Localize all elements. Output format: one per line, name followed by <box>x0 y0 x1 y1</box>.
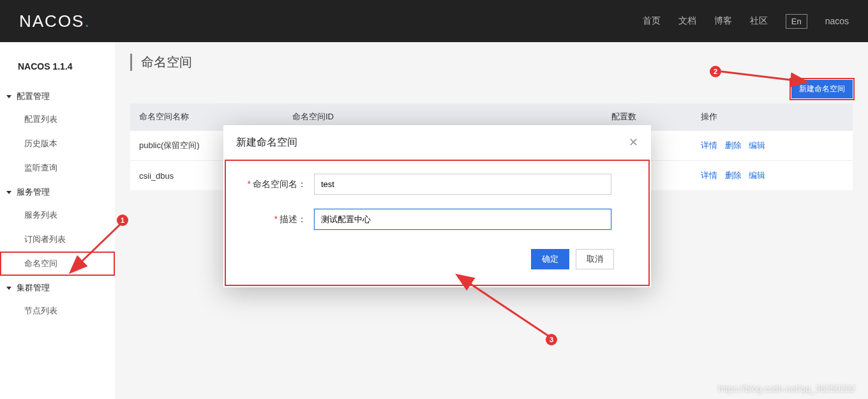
link-delete[interactable]: 删除 <box>725 170 742 180</box>
nav-community[interactable]: 社区 <box>750 15 768 27</box>
menu-group-cluster[interactable]: 集群管理 <box>0 276 115 299</box>
nav-user[interactable]: nacos <box>825 16 849 26</box>
modal-title: 新建命名空间 <box>236 136 297 149</box>
close-icon[interactable]: ✕ <box>629 135 638 149</box>
link-detail[interactable]: 详情 <box>701 140 717 150</box>
top-nav: 首页 文档 博客 社区 En nacos <box>643 14 849 29</box>
top-header: NACOS. 首页 文档 博客 社区 En nacos <box>0 0 868 42</box>
new-namespace-button[interactable]: 新建命名空间 <box>791 80 853 98</box>
link-detail[interactable]: 详情 <box>701 170 717 180</box>
th-ops: 操作 <box>692 103 853 131</box>
page-title: 命名空间 <box>130 54 192 71</box>
watermark: https://blog.csdn.net/qq_36250202 <box>718 384 855 394</box>
nav-docs[interactable]: 文档 <box>678 15 696 27</box>
caret-down-icon <box>6 95 11 98</box>
menu-node-list[interactable]: 节点列表 <box>0 299 115 323</box>
menu-service-list[interactable]: 服务列表 <box>0 203 115 227</box>
caret-down-icon <box>6 287 11 290</box>
caret-down-icon <box>6 191 11 194</box>
cancel-button[interactable]: 取消 <box>576 249 614 269</box>
menu-history[interactable]: 历史版本 <box>0 132 115 156</box>
logo-text: NACOS <box>19 11 84 31</box>
lang-switcher[interactable]: En <box>786 14 807 29</box>
link-edit[interactable]: 编辑 <box>749 170 765 180</box>
link-delete[interactable]: 删除 <box>725 140 742 150</box>
logo: NACOS. <box>19 11 91 31</box>
logo-dot: . <box>84 11 90 31</box>
sidebar-version: NACOS 1.1.4 <box>0 55 115 84</box>
label-namespace-name: *命名空间名： <box>237 179 314 190</box>
menu-group-service[interactable]: 服务管理 <box>0 180 115 203</box>
new-namespace-modal: 新建命名空间 ✕ *命名空间名： *描述： 确定 取消 <box>223 125 651 287</box>
menu-subscriber-list[interactable]: 订阅者列表 <box>0 227 115 252</box>
nav-blog[interactable]: 博客 <box>714 15 732 27</box>
menu-namespace[interactable]: 命名空间 <box>0 252 115 276</box>
sidebar: NACOS 1.1.4 配置管理 配置列表 历史版本 监听查询 服务管理 服务列… <box>0 42 115 399</box>
link-edit[interactable]: 编辑 <box>749 140 765 150</box>
input-description[interactable] <box>314 209 611 230</box>
menu-listen-query[interactable]: 监听查询 <box>0 156 115 180</box>
menu-config-list[interactable]: 配置列表 <box>0 107 115 132</box>
nav-home[interactable]: 首页 <box>643 15 661 27</box>
input-namespace-name[interactable] <box>314 174 611 195</box>
menu-group-config[interactable]: 配置管理 <box>0 84 115 107</box>
label-description: *描述： <box>237 214 314 225</box>
ok-button[interactable]: 确定 <box>531 249 569 269</box>
